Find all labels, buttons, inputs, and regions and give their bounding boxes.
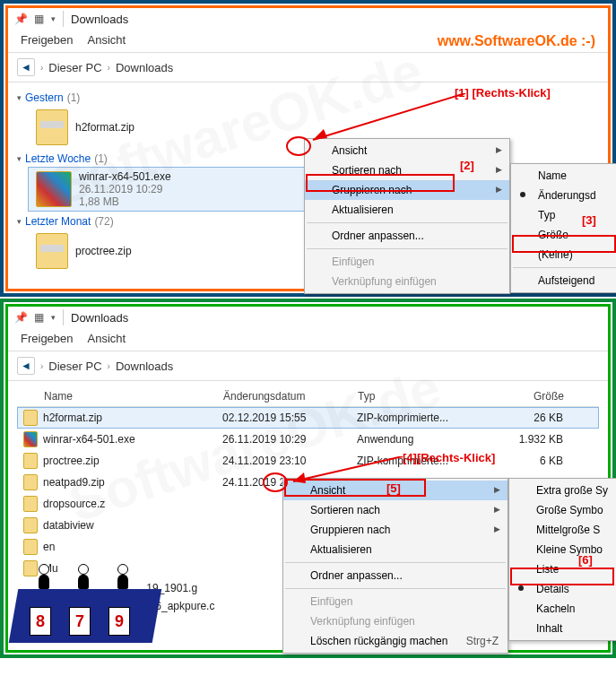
ctx-view[interactable]: Ansicht▶ <box>283 481 508 500</box>
pin-icon[interactable]: 📌 <box>13 310 28 325</box>
properties-icon[interactable]: ▦ <box>31 12 46 26</box>
sub-changed[interactable]: Änderungsd <box>511 186 616 205</box>
context-menu: Ansicht▶ Sortieren nach▶ Gruppieren nach… <box>304 138 510 294</box>
column-headers[interactable]: Name Änderungsdatum Typ Größe <box>17 386 599 407</box>
zip-icon <box>36 109 68 145</box>
chevron-down-icon: ▾ <box>17 154 22 163</box>
chevron-down-icon: ▾ <box>17 217 22 226</box>
qat-dropdown-icon[interactable]: ▾ <box>51 14 56 23</box>
table-row[interactable]: proctree.zip24.11.2019 23:10ZIP-komprimi… <box>17 450 599 472</box>
file-icon <box>23 496 38 512</box>
ctx-sort[interactable]: Sortieren nach▶ <box>283 500 508 520</box>
back-button[interactable]: ◄ <box>17 58 35 76</box>
cell-size: 6 KB <box>482 455 563 467</box>
file-icon <box>23 517 38 533</box>
pin-icon[interactable]: 📌 <box>13 12 28 26</box>
ctx-refresh[interactable]: Aktualisieren <box>283 540 508 559</box>
sub-asc[interactable]: Aufsteigend <box>511 271 616 290</box>
tab-share[interactable]: Freigeben <box>21 332 74 345</box>
ctx-refresh[interactable]: Aktualisieren <box>305 200 509 220</box>
titlebar: 📌 ▦ ▾ Downloads <box>8 8 608 30</box>
cell-name: proctree.zip <box>43 455 222 467</box>
group-yesterday[interactable]: ▾ Gestern (1) <box>17 91 599 104</box>
chevron-right-icon: ▶ <box>494 485 500 494</box>
file-icon <box>23 453 38 469</box>
ctx-sort[interactable]: Sortieren nach▶ <box>305 160 509 180</box>
chevron-right-icon: ▶ <box>496 185 502 194</box>
tab-view[interactable]: Ansicht <box>88 332 126 345</box>
cell-name: winrar-x64-501.exe <box>43 433 222 446</box>
cell-type: ZIP-komprimierte... <box>357 412 482 424</box>
ctx-group[interactable]: Gruppieren nach▶ <box>283 520 508 540</box>
file-icon <box>23 410 38 426</box>
ctx-paste: Einfügen <box>305 252 509 272</box>
chevron-right-icon: › <box>108 361 110 371</box>
tab-share[interactable]: Freigeben <box>21 33 74 47</box>
cell-name: databiview <box>43 519 222 532</box>
chevron-right-icon: ▶ <box>494 524 500 533</box>
titlebar: 📌 ▦ ▾ Downloads <box>8 307 608 328</box>
cell-date: 24.11.2019 23:10 <box>222 455 357 467</box>
ctx-paste-link: Verknüpfung einfügen <box>305 272 509 291</box>
breadcrumb-pc[interactable]: Dieser PC <box>48 360 101 373</box>
separator <box>285 562 506 563</box>
back-button[interactable]: ◄ <box>17 357 35 375</box>
chevron-right-icon: ▶ <box>494 505 500 514</box>
col-name[interactable]: Name <box>44 390 223 403</box>
file-icon <box>23 560 38 576</box>
context-submenu-group: Name Änderungsd Typ Größe (Keine) Aufste… <box>510 163 616 293</box>
sub-size[interactable]: Größe <box>511 225 616 245</box>
col-type[interactable]: Typ <box>358 390 483 403</box>
table-row[interactable]: winrar-x64-501.exe26.11.2019 10:29Anwend… <box>17 429 599 450</box>
breadcrumb-folder[interactable]: Downloads <box>116 61 173 74</box>
ctx-customize[interactable]: Ordner anpassen... <box>283 566 508 585</box>
ctx-undo[interactable]: Löschen rückgängig machenStrg+Z <box>283 631 508 651</box>
cell-name: dropsource.z <box>43 498 222 510</box>
sub-content[interactable]: Inhalt <box>509 619 616 638</box>
chevron-right-icon: › <box>40 361 43 371</box>
divider <box>63 309 64 325</box>
cell-date: 02.12.2019 15:55 <box>222 412 357 424</box>
chevron-right-icon: › <box>40 63 43 73</box>
sub-details[interactable]: Details <box>509 579 616 599</box>
breadcrumb[interactable]: ◄ › Dieser PC › Downloads <box>8 351 608 381</box>
qat-dropdown-icon[interactable]: ▾ <box>51 313 56 322</box>
chevron-down-icon: ▾ <box>17 93 22 102</box>
sub-list[interactable]: Liste <box>509 559 616 579</box>
ctx-group[interactable]: Gruppieren nach▶ <box>305 180 509 200</box>
window-title: Downloads <box>71 13 128 26</box>
separator <box>285 588 506 589</box>
sub-type[interactable]: Typ <box>511 205 616 225</box>
file-icon <box>23 539 38 555</box>
breadcrumb-pc[interactable]: Dieser PC <box>48 61 101 74</box>
cell-size: 26 KB <box>482 412 563 424</box>
breadcrumb-folder[interactable]: Downloads <box>116 360 173 373</box>
sub-large[interactable]: Große Symbo <box>509 500 616 520</box>
divider <box>63 11 64 27</box>
sub-extra-large[interactable]: Extra große Sy <box>509 481 616 500</box>
ribbon-tabbar: Freigeben Ansicht <box>8 328 608 351</box>
sub-tiles[interactable]: Kacheln <box>509 599 616 619</box>
ctx-customize[interactable]: Ordner anpassen... <box>305 226 509 246</box>
sub-none[interactable]: (Keine) <box>511 245 616 264</box>
properties-icon[interactable]: ▦ <box>31 310 46 325</box>
file-icon <box>23 431 38 447</box>
exe-icon <box>36 171 72 207</box>
col-date[interactable]: Änderungsdatum <box>223 390 358 403</box>
ctx-view[interactable]: Ansicht▶ <box>305 141 509 160</box>
radio-dot-icon <box>520 192 525 197</box>
cell-type: Anwendung <box>357 433 482 446</box>
sub-medium[interactable]: Mittelgroße S <box>509 520 616 540</box>
tab-view[interactable]: Ansicht <box>88 33 126 47</box>
sub-name[interactable]: Name <box>511 166 616 186</box>
file-icon <box>23 474 38 490</box>
chevron-right-icon: › <box>108 63 110 73</box>
zip-icon <box>36 233 68 269</box>
table-row[interactable]: h2format.zip02.12.2019 15:55ZIP-komprimi… <box>17 407 599 429</box>
cell-size: 1.932 KB <box>482 433 563 446</box>
sub-small[interactable]: Kleine Symbo <box>509 540 616 559</box>
window-title: Downloads <box>71 311 128 325</box>
ctx-paste: Einfügen <box>283 592 508 611</box>
col-size[interactable]: Größe <box>483 390 564 403</box>
breadcrumb[interactable]: ◄ › Dieser PC › Downloads <box>8 53 608 82</box>
